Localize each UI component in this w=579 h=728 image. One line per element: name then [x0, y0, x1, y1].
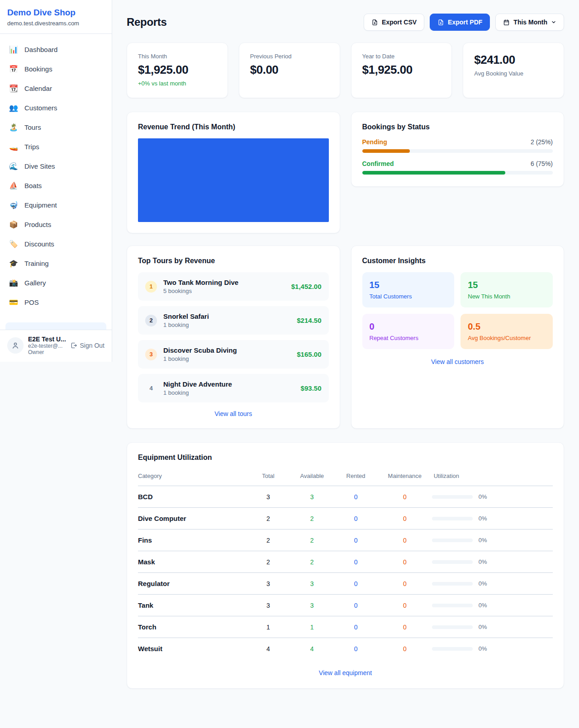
tour-row[interactable]: 1 Two Tank Morning Dive 5 bookings $1,45…	[138, 272, 329, 301]
sidebar-item-dive-sites[interactable]: 🌊 Dive Sites	[5, 157, 106, 175]
sidebar-item-products[interactable]: 📦 Products	[5, 215, 106, 233]
tour-info: Two Tank Morning Dive 5 bookings	[163, 279, 238, 294]
status-head: Confirmed 6 (75%)	[362, 160, 553, 167]
insight-tile: 0.5 Avg Bookings/Customer	[460, 314, 553, 349]
sidebar-item-calendar[interactable]: 📆 Calendar	[5, 79, 106, 97]
tour-row[interactable]: 3 Discover Scuba Diving 1 booking $165.0…	[138, 340, 329, 369]
status-bar-track	[362, 149, 553, 153]
sidebar-item-trips[interactable]: 🚤 Trips	[5, 137, 106, 156]
equipment-maintenance: 0	[403, 580, 407, 587]
stat-label: Previous Period	[250, 53, 329, 60]
stat-label: Year to Date	[362, 53, 441, 60]
equipment-rented: 0	[354, 602, 358, 609]
insight-label: New This Month	[468, 293, 546, 300]
col-rented: Rented	[334, 469, 378, 486]
rank-badge: 2	[145, 315, 157, 326]
credit-card-icon: 💳	[9, 298, 18, 307]
tour-name: Snorkel Safari	[163, 312, 209, 320]
sidebar-item-label: Customers	[24, 104, 57, 112]
export-pdf-button[interactable]: Export PDF	[430, 14, 490, 31]
equipment-total: 3	[247, 595, 290, 616]
tour-name: Two Tank Morning Dive	[163, 279, 238, 286]
tour-row[interactable]: 4 Night Dive Adventure 1 booking $93.50	[138, 374, 329, 402]
col-maintenance: Maintenance	[378, 469, 432, 486]
table-row: Fins 2 2 0 0 0%	[138, 529, 553, 551]
sidebar-item-active-partial[interactable]	[5, 322, 106, 330]
utilization-bar	[432, 517, 473, 520]
table-row: Torch 1 1 0 0 0%	[138, 616, 553, 638]
bookings-by-status-panel: Bookings by Status Pending 2 (25%)	[351, 112, 565, 187]
table-row: Regulator 3 3 0 0 0%	[138, 573, 553, 595]
sidebar-item-bookings[interactable]: 📅 Bookings	[5, 60, 106, 78]
tour-name: Discover Scuba Diving	[163, 346, 237, 354]
sidebar-user-footer: E2E Test U... e2e-tester@... Owner Sign …	[0, 330, 112, 362]
period-dropdown[interactable]: This Month	[495, 14, 564, 31]
stat-card: Year to Date $1,925.00	[351, 43, 452, 98]
status-label: Pending	[362, 138, 387, 146]
utilization-bar	[432, 495, 473, 499]
sidebar-item-equipment[interactable]: 🤿 Equipment	[5, 196, 106, 214]
tour-revenue: $165.00	[297, 350, 321, 358]
col-category: Category	[138, 469, 247, 486]
utilization-cell: 0%	[432, 515, 553, 522]
equipment-maintenance: 0	[403, 602, 407, 609]
equipment-maintenance: 0	[403, 515, 407, 522]
sidebar-item-gallery[interactable]: 📸 Gallery	[5, 274, 106, 292]
sidebar-item-pos[interactable]: 💳 POS	[5, 293, 106, 311]
stat-card: Avg Booking Value $241.00	[463, 43, 564, 98]
tour-revenue: $93.50	[301, 384, 322, 392]
revenue-trend-title: Revenue Trend (This Month)	[138, 123, 329, 131]
export-csv-button[interactable]: Export CSV	[364, 14, 424, 31]
sidebar-item-discounts[interactable]: 🏷️ Discounts	[5, 235, 106, 253]
utilization-bar	[432, 625, 473, 629]
stat-value: $241.00	[474, 53, 553, 67]
view-all-customers-link[interactable]: View all customers	[362, 358, 553, 365]
tour-revenue: $1,452.00	[291, 283, 322, 290]
col-available: Available	[290, 469, 334, 486]
sign-out-button[interactable]: Sign Out	[70, 342, 104, 349]
tour-name: Night Dive Adventure	[163, 380, 232, 388]
page-header: Reports Export CSV Export PDF This Month	[127, 14, 564, 31]
rank-badge: 1	[145, 281, 157, 293]
sidebar-item-tours[interactable]: 🏝️ Tours	[5, 118, 106, 136]
status-count: 6 (75%)	[531, 160, 553, 167]
page-title: Reports	[127, 16, 167, 28]
bar-chart-icon: 📊	[9, 45, 18, 54]
view-all-equipment-link[interactable]: View all equipment	[138, 669, 553, 676]
insight-tile: 15 Total Customers	[362, 272, 455, 307]
sidebar-item-label: Products	[24, 221, 51, 228]
tour-row[interactable]: 2 Snorkel Safari 1 booking $214.50	[138, 306, 329, 335]
sign-out-label: Sign Out	[80, 342, 104, 349]
status-row: Confirmed 6 (75%)	[362, 160, 553, 175]
equipment-available: 3	[310, 580, 314, 587]
tour-info: Night Dive Adventure 1 booking	[163, 380, 232, 396]
stat-card: Previous Period $0.00	[239, 43, 340, 98]
utilization-percent: 0%	[479, 537, 487, 544]
equipment-category: Regulator	[138, 573, 247, 595]
equipment-rented: 0	[354, 580, 358, 587]
view-all-tours-link[interactable]: View all tours	[138, 410, 329, 417]
sidebar-item-label: Discounts	[24, 240, 54, 248]
sidebar-item-customers[interactable]: 👥 Customers	[5, 99, 106, 117]
tour-revenue: $214.50	[297, 317, 321, 324]
equipment-available: 3	[310, 602, 314, 609]
sailboat-icon: ⛵	[9, 181, 18, 190]
equipment-available: 3	[310, 493, 314, 501]
panels-row-1: Revenue Trend (This Month) Bookings by S…	[127, 112, 564, 233]
sidebar-item-boats[interactable]: ⛵ Boats	[5, 176, 106, 194]
rank-badge: 3	[145, 349, 157, 360]
equipment-total: 2	[247, 529, 290, 551]
revenue-trend-panel: Revenue Trend (This Month)	[127, 112, 340, 233]
stats-grid: This Month $1,925.00 +0% vs last month P…	[127, 43, 564, 98]
sidebar-item-label: Dashboard	[24, 46, 57, 53]
sidebar-nav: 📊 Dashboard 📅 Bookings 📆 Calendar 👥 Cust…	[0, 34, 112, 322]
bookings-by-status-title: Bookings by Status	[362, 123, 553, 131]
status-bar-fill	[362, 171, 505, 175]
tag-icon: 🏷️	[9, 240, 18, 248]
sidebar-item-training[interactable]: 🎓 Training	[5, 254, 106, 272]
equipment-rented: 0	[354, 515, 358, 522]
sidebar-item-dashboard[interactable]: 📊 Dashboard	[5, 40, 106, 58]
utilization-percent: 0%	[479, 515, 487, 522]
utilization-percent: 0%	[479, 493, 487, 500]
package-icon: 📦	[9, 220, 18, 229]
